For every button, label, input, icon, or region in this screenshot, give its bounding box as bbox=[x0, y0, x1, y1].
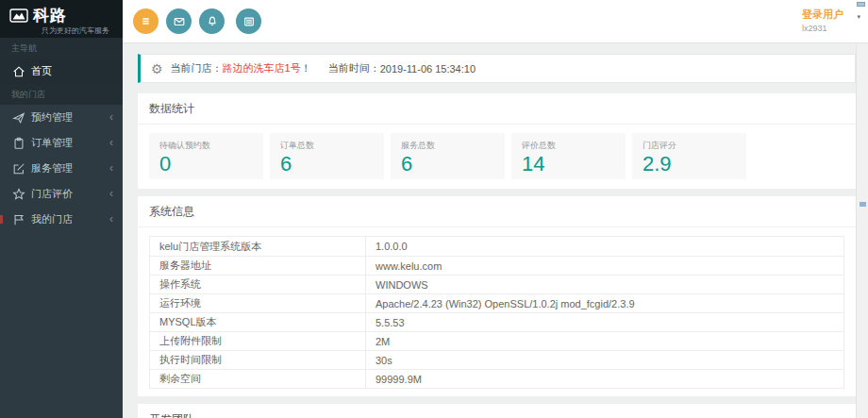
table-row: 执行时间限制 30s bbox=[150, 350, 843, 369]
sidebar-item-label: 首页 bbox=[31, 59, 52, 84]
logo[interactable]: 科路 只为更好的汽车服务 bbox=[0, 0, 123, 38]
table-row: kelu门店管理系统版本 1.0.0.0 bbox=[150, 237, 843, 256]
stat-label: 服务总数 bbox=[401, 140, 494, 152]
sidebar-item-label: 门店评价 bbox=[31, 181, 73, 207]
sidebar-item-label: 预约管理 bbox=[31, 105, 73, 130]
stat-label: 评价总数 bbox=[522, 140, 615, 152]
paper-plane-icon bbox=[11, 110, 25, 125]
row-value: www.kelu.com bbox=[365, 257, 843, 275]
sidebar-item-orders[interactable]: 订单管理 ‹ bbox=[0, 130, 123, 156]
envelope-icon bbox=[173, 15, 186, 28]
dev-team-title: 开发团队 bbox=[138, 404, 856, 418]
stat-value: 6 bbox=[401, 153, 494, 175]
user-label: 登录用户 bbox=[802, 8, 843, 22]
hamburger-icon bbox=[140, 15, 152, 27]
edit-icon bbox=[11, 161, 25, 176]
stat-label: 门店评分 bbox=[643, 140, 736, 152]
topbar: 登录用户 lx2931 ▾ bbox=[123, 0, 868, 43]
row-value: 5.5.53 bbox=[365, 313, 843, 331]
row-label: 执行时间限制 bbox=[150, 353, 365, 367]
row-label: 上传附件限制 bbox=[150, 334, 365, 348]
row-value: 2M bbox=[365, 332, 843, 350]
logo-subtitle: 只为更好的汽车服务 bbox=[9, 25, 115, 36]
stat-value: 14 bbox=[522, 153, 615, 175]
stats-panel: 数据统计 待确认预约数 0 订单总数 6 服务总数 6 bbox=[138, 93, 856, 189]
current-store-notice: ⚙ 当前门店： 路边的洗车店1号 ！ 当前时间： 2019-11-06 15:3… bbox=[138, 54, 856, 83]
topbar-buttons bbox=[133, 8, 269, 34]
system-info-title: 系统信息 bbox=[138, 196, 856, 227]
app-window: 科路 只为更好的汽车服务 主导航 首页 我的门店 预约管理 ‹ bbox=[0, 0, 868, 418]
flag-icon bbox=[11, 212, 25, 226]
stat-value: 2.9 bbox=[643, 153, 736, 175]
table-row: 剩余空间 99999.9M bbox=[150, 369, 843, 388]
chevron-left-icon: ‹ bbox=[109, 105, 113, 130]
chevron-left-icon: ‹ bbox=[109, 156, 113, 181]
sidebar: 科路 只为更好的汽车服务 主导航 首页 我的门店 预约管理 ‹ bbox=[0, 0, 123, 418]
tasks-button[interactable] bbox=[236, 8, 261, 34]
sidebar-menu: 主导航 首页 我的门店 预约管理 ‹ 订单管理 ‹ bbox=[0, 38, 123, 232]
main-content: ⚙ 当前门店： 路边的洗车店1号 ！ 当前时间： 2019-11-06 15:3… bbox=[123, 44, 856, 418]
table-row: 服务器地址 www.kelu.com bbox=[150, 256, 843, 275]
sidebar-item-store-reviews[interactable]: 门店评价 ‹ bbox=[0, 181, 123, 207]
chevron-left-icon: ‹ bbox=[109, 207, 113, 232]
table-row: MYSQL版本 5.5.53 bbox=[150, 312, 843, 331]
menu-section-main-nav: 主导航 bbox=[0, 38, 123, 59]
stat-label: 待确认预约数 bbox=[159, 140, 253, 152]
red-notification-badge bbox=[0, 215, 3, 224]
sidebar-item-home[interactable]: 首页 bbox=[0, 59, 123, 84]
username: lx2931 bbox=[802, 24, 843, 33]
user-menu[interactable]: 登录用户 lx2931 bbox=[802, 8, 843, 33]
row-label: MYSQL版本 bbox=[150, 315, 365, 329]
row-value: Apache/2.4.23 (Win32) OpenSSL/1.0.2j mod… bbox=[365, 294, 843, 312]
sidebar-item-label: 订单管理 bbox=[31, 130, 73, 156]
list-icon bbox=[242, 15, 256, 28]
row-label: 服务器地址 bbox=[150, 259, 365, 273]
stat-card-total-reviews: 评价总数 14 bbox=[511, 133, 626, 179]
time-value: 2019-11-06 15:34:10 bbox=[380, 63, 476, 75]
logo-title: 科路 bbox=[33, 5, 67, 26]
row-label: 剩余空间 bbox=[150, 372, 365, 386]
row-value: 1.0.0.0 bbox=[365, 237, 843, 256]
logo-chart-icon bbox=[9, 8, 29, 24]
stats-panel-title: 数据统计 bbox=[138, 93, 856, 125]
table-row: 操作系统 WINDOWS bbox=[150, 275, 843, 293]
row-label: kelu门店管理系统版本 bbox=[150, 240, 365, 254]
home-icon bbox=[11, 64, 25, 78]
star-icon bbox=[11, 187, 25, 201]
system-info-table: kelu门店管理系统版本 1.0.0.0 服务器地址 www.kelu.com … bbox=[149, 236, 844, 389]
scrollbar[interactable] bbox=[856, 44, 868, 418]
sidebar-item-label: 服务管理 bbox=[31, 156, 73, 181]
menu-toggle-button[interactable] bbox=[133, 8, 159, 34]
gear-icon: ⚙ bbox=[151, 62, 163, 75]
notifications-button[interactable] bbox=[199, 8, 225, 34]
sidebar-item-label: 我的门店 bbox=[31, 207, 73, 232]
sidebar-item-my-store[interactable]: 我的门店 ‹ bbox=[0, 207, 123, 232]
bell-icon bbox=[206, 15, 219, 28]
stat-label: 订单总数 bbox=[280, 140, 374, 152]
row-value: 30s bbox=[365, 351, 843, 369]
system-info-panel: 系统信息 kelu门店管理系统版本 1.0.0.0 服务器地址 www.kelu… bbox=[138, 196, 856, 396]
sidebar-item-appointments[interactable]: 预约管理 ‹ bbox=[0, 105, 123, 130]
time-label: 当前时间： bbox=[328, 61, 380, 75]
table-row: 运行环境 Apache/2.4.23 (Win32) OpenSSL/1.0.2… bbox=[150, 293, 843, 312]
stat-card-pending-appointments: 待确认预约数 0 bbox=[149, 133, 263, 179]
clipboard-icon bbox=[11, 136, 25, 150]
store-label: 当前门店： bbox=[171, 61, 223, 75]
menu-section-my-store: 我的门店 bbox=[0, 84, 123, 105]
chevron-left-icon: ‹ bbox=[109, 181, 113, 207]
chevron-down-icon: ▾ bbox=[857, 13, 860, 21]
dev-team-panel: 开发团队 bbox=[138, 404, 856, 418]
row-value: WINDOWS bbox=[365, 276, 843, 293]
stat-cards: 待确认预约数 0 订单总数 6 服务总数 6 评价总数 14 bbox=[149, 133, 844, 179]
corner-widget-icon bbox=[857, 2, 865, 7]
sidebar-item-services[interactable]: 服务管理 ‹ bbox=[0, 156, 123, 181]
stat-value: 6 bbox=[280, 153, 374, 175]
table-row: 上传附件限制 2M bbox=[150, 331, 843, 350]
messages-button[interactable] bbox=[166, 8, 192, 34]
store-name: 路边的洗车店1号 bbox=[223, 61, 301, 75]
scrollbar-thumb[interactable] bbox=[860, 202, 866, 207]
stat-card-total-orders: 订单总数 6 bbox=[270, 133, 384, 179]
stat-card-store-rating: 门店评分 2.9 bbox=[632, 133, 746, 179]
row-label: 运行环境 bbox=[150, 296, 365, 310]
row-label: 操作系统 bbox=[150, 277, 365, 292]
